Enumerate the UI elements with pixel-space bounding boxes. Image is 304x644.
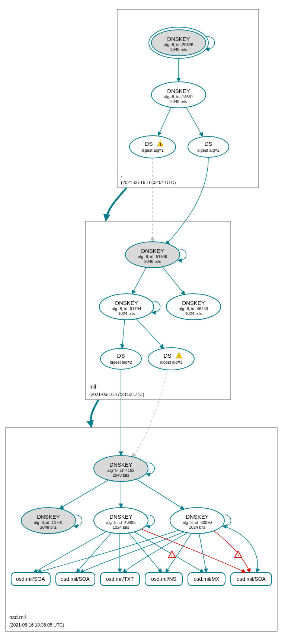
svg-point-28 xyxy=(100,348,141,369)
svg-text:2048 bits: 2048 bits xyxy=(40,525,57,529)
svg-text:digest alg=1: digest alg=1 xyxy=(141,148,164,152)
edge-mil-ksk-z2 xyxy=(162,266,185,295)
svg-text:osd.mil/SOA: osd.mil/SOA xyxy=(61,576,90,582)
zone-root-label: . xyxy=(121,172,122,178)
edge-mil-ksk-z1 xyxy=(132,267,146,294)
svg-text:alg=8, id=61794: alg=8, id=61794 xyxy=(112,306,141,311)
svg-text:!: ! xyxy=(160,142,161,146)
record-mx[interactable]: osd.mil/MX xyxy=(188,573,225,586)
svg-text:DNSKEY: DNSKEY xyxy=(141,248,164,254)
svg-text:DNSKEY: DNSKEY xyxy=(109,461,132,468)
record-ns[interactable]: osd.mil/NS xyxy=(145,573,182,586)
svg-text:DNSKEY: DNSKEY xyxy=(167,36,190,42)
svg-text:1024 bits: 1024 bits xyxy=(113,525,129,529)
svg-text:2048 bits: 2048 bits xyxy=(113,473,129,477)
svg-text:alg=8, id=51349: alg=8, id=51349 xyxy=(138,254,167,259)
edge-root-ksk-self xyxy=(205,36,215,49)
zone-osd-label: osd.mil xyxy=(9,614,26,620)
svg-text:!: ! xyxy=(237,553,239,558)
svg-text:alg=8, id=40395: alg=8, id=40395 xyxy=(106,520,136,525)
zone-root-timestamp: (2021-06-16 16:02:04 UTC) xyxy=(121,180,176,185)
svg-text:DS: DS xyxy=(164,352,172,359)
zone-mil-label: mil xyxy=(89,384,96,390)
edge-osd-ksk-k2 xyxy=(60,480,109,509)
svg-text:DNSKEY: DNSKEY xyxy=(186,513,209,520)
node-osd-z2[interactable]: DNSKEY alg=8, id=60090 1024 bits xyxy=(170,508,224,534)
svg-text:alg=8, id=4192: alg=8, id=4192 xyxy=(108,468,135,473)
svg-text:alg=8, id=60090: alg=8, id=60090 xyxy=(183,520,212,525)
edge-rootds2-milksk xyxy=(166,157,208,245)
svg-text:DS: DS xyxy=(117,352,125,359)
node-root-zsk[interactable]: DNSKEY alg=8, id=14631 2048 bits xyxy=(151,82,206,108)
svg-text:osd.mil/SOA: osd.mil/SOA xyxy=(16,576,45,582)
error-icon: ! xyxy=(234,551,242,558)
edge-mil-z1-ds1 xyxy=(136,318,164,348)
svg-text:DNSKEY: DNSKEY xyxy=(115,300,138,306)
edge-milds1-osdksk xyxy=(132,370,167,457)
edge-osd-ksk-z2 xyxy=(136,479,184,509)
svg-text:1024 bits: 1024 bits xyxy=(185,311,202,316)
svg-text:alg=8, id=46443: alg=8, id=46443 xyxy=(179,306,208,311)
node-root-ds1[interactable]: DS digest alg=1 ! xyxy=(129,136,176,158)
svg-text:DS: DS xyxy=(205,141,212,147)
edge-delegation-root-mil xyxy=(106,188,127,219)
node-root-ds2[interactable]: DS digest alg=2 xyxy=(188,136,229,157)
edge-mil-z1-ds2 xyxy=(122,320,125,348)
error-icon: ! xyxy=(168,551,176,558)
node-root-ksk[interactable]: DNSKEY alg=8, id=20326 2048 bits xyxy=(149,27,208,58)
svg-text:DNSKEY: DNSKEY xyxy=(167,88,190,94)
record-txt[interactable]: osd.mil/TXT xyxy=(100,573,140,586)
record-soa-2[interactable]: osd.mil/SOA xyxy=(56,573,95,586)
svg-text:osd.mil/MX: osd.mil/MX xyxy=(193,576,220,582)
svg-point-13 xyxy=(188,136,229,157)
node-mil-z2[interactable]: DNSKEY alg=8, id=46443 1024 bits xyxy=(166,294,221,320)
svg-text:alg=8, id=20326: alg=8, id=20326 xyxy=(164,42,193,47)
zone-osd-timestamp: (2021-06-16 18:36:05 UTC) xyxy=(9,622,64,628)
node-osd-z1[interactable]: DNSKEY alg=8, id=40395 1024 bits xyxy=(94,508,148,534)
edge-z2-r3 xyxy=(123,532,188,573)
svg-text:DNSKEY: DNSKEY xyxy=(109,513,132,520)
svg-text:digest alg=1: digest alg=1 xyxy=(160,360,182,364)
record-soa-1[interactable]: osd.mil/SOA xyxy=(11,573,50,586)
svg-point-31 xyxy=(148,348,194,370)
edge-root-zsk-ds1 xyxy=(158,107,171,136)
node-mil-z1[interactable]: DNSKEY alg=8, id=61794 1024 bits xyxy=(99,294,154,320)
svg-text:DS: DS xyxy=(145,141,153,147)
svg-text:2048 bits: 2048 bits xyxy=(170,47,187,52)
svg-text:alg=8, id=14631: alg=8, id=14631 xyxy=(164,94,193,99)
node-mil-ksk[interactable]: DNSKEY alg=8, id=51349 2048 bits xyxy=(125,242,180,268)
svg-text:2048 bits: 2048 bits xyxy=(144,259,161,264)
svg-text:!: ! xyxy=(178,354,180,358)
svg-text:DNSKEY: DNSKEY xyxy=(182,300,205,306)
svg-text:osd.mil/NS: osd.mil/NS xyxy=(151,576,176,582)
node-mil-ds1[interactable]: DS digest alg=1 ! xyxy=(148,348,194,370)
node-osd-ksk[interactable]: DNSKEY alg=8, id=4192 2048 bits xyxy=(94,455,148,482)
svg-text:osd.mil/TXT: osd.mil/TXT xyxy=(106,576,134,582)
edge-z2-r6-ok xyxy=(223,526,257,573)
svg-text:DNSKEY: DNSKEY xyxy=(37,513,60,520)
svg-text:digest alg=2: digest alg=2 xyxy=(110,360,132,364)
edge-root-zsk-ds2 xyxy=(186,107,203,136)
node-osd-k2[interactable]: DNSKEY alg=8, id=11701 2048 bits xyxy=(21,508,76,534)
svg-text:!: ! xyxy=(171,553,173,558)
svg-text:osd.mil/SOA: osd.mil/SOA xyxy=(237,576,266,582)
svg-text:digest alg=2: digest alg=2 xyxy=(197,148,220,152)
record-soa-3[interactable]: osd.mil/SOA xyxy=(231,573,272,586)
svg-text:alg=8, id=11701: alg=8, id=11701 xyxy=(34,520,63,525)
svg-text:1024 bits: 1024 bits xyxy=(118,311,135,316)
svg-text:1024 bits: 1024 bits xyxy=(189,525,206,529)
svg-text:2048 bits: 2048 bits xyxy=(170,99,187,104)
edge-delegation-mil-osd xyxy=(91,400,99,426)
zone-mil-timestamp: (2021-06-16 17:23:52 UTC) xyxy=(89,392,144,397)
svg-point-9 xyxy=(129,136,176,158)
node-mil-ds2[interactable]: DS digest alg=2 xyxy=(100,348,141,369)
edge-z2-r4 xyxy=(166,533,192,573)
